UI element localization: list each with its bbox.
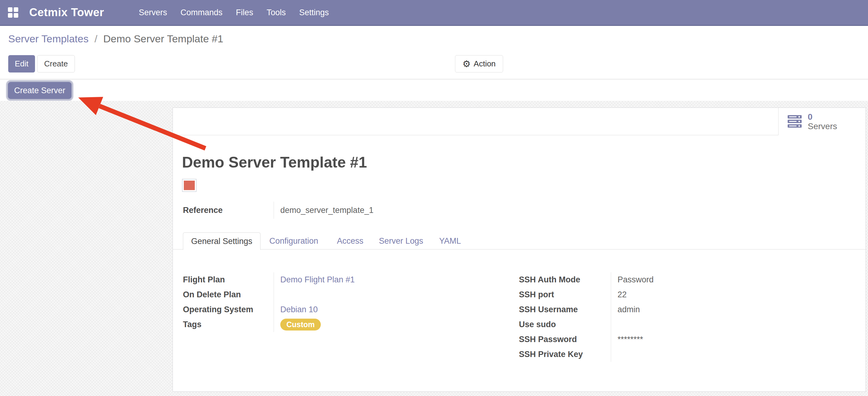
breadcrumb-server-templates[interactable]: Server Templates <box>8 33 89 45</box>
menu-files[interactable]: Files <box>235 6 254 19</box>
breadcrumb: Server Templates / Demo Server Template … <box>8 33 223 45</box>
value-ssh-auth-mode: Password <box>618 275 654 284</box>
apps-grid-dot <box>8 13 12 18</box>
label-ssh-auth-mode: SSH Auth Mode <box>519 275 580 284</box>
stat-button-row: 0 Servers <box>173 108 866 135</box>
tab-configuration[interactable]: Configuration <box>269 232 318 250</box>
action-button-label: Action <box>473 59 495 68</box>
label-operating-system: Operating System <box>183 305 253 314</box>
apps-grid-dot <box>8 7 12 12</box>
apps-grid-icon[interactable] <box>8 7 18 18</box>
field-group-left: Flight Plan On Delete Plan Operating Sys… <box>183 272 487 332</box>
menu-servers[interactable]: Servers <box>138 6 168 19</box>
label-ssh-password: SSH Password <box>519 335 577 344</box>
color-swatch-red <box>184 181 195 190</box>
top-navbar: Cetmix Tower Servers Commands Files Tool… <box>0 0 868 26</box>
gear-icon: ⚙ <box>462 59 470 68</box>
action-button[interactable]: ⚙ Action <box>455 55 503 73</box>
apps-grid-dot <box>14 13 18 18</box>
servers-count: 0 <box>808 112 837 121</box>
tab-access[interactable]: Access <box>337 232 363 250</box>
reference-field-row: Reference demo_server_template_1 <box>183 202 373 219</box>
field-group-right: SSH Auth Mode SSH port SSH Username Use … <box>519 272 838 362</box>
page: Cetmix Tower Servers Commands Files Tool… <box>0 0 868 396</box>
reference-value: demo_server_template_1 <box>274 202 373 219</box>
tag-custom: Custom <box>280 319 321 331</box>
create-server-button[interactable]: Create Server <box>8 82 71 99</box>
app-brand[interactable]: Cetmix Tower <box>29 6 104 19</box>
breadcrumb-separator: / <box>94 33 97 45</box>
field-labels-right: SSH Auth Mode SSH port SSH Username Use … <box>519 272 611 362</box>
value-operating-system[interactable]: Debian 10 <box>280 305 318 314</box>
notebook-tabbar: General Settings Configuration Access Se… <box>173 232 866 250</box>
label-tags: Tags <box>183 320 202 329</box>
field-labels-left: Flight Plan On Delete Plan Operating Sys… <box>183 272 274 332</box>
create-server-strip: Create Server <box>0 80 868 101</box>
color-picker-widget <box>182 179 196 192</box>
record-title: Demo Server Template #1 <box>182 153 367 171</box>
label-ssh-username: SSH Username <box>519 305 578 314</box>
field-values-left: Demo Flight Plan #1 Debian 10 Custom <box>274 272 487 332</box>
stat-text: 0 Servers <box>808 112 837 131</box>
label-flight-plan: Flight Plan <box>183 275 225 284</box>
control-panel: Server Templates / Demo Server Template … <box>0 26 868 80</box>
tab-yaml[interactable]: YAML <box>439 232 461 250</box>
value-ssh-password: ******** <box>618 335 643 344</box>
apps-grid-dot <box>14 7 18 12</box>
edit-button[interactable]: Edit <box>8 55 35 73</box>
top-menu: Servers Commands Files Tools Settings <box>138 6 330 19</box>
value-ssh-port: 22 <box>618 290 627 300</box>
tab-server-logs[interactable]: Server Logs <box>379 232 423 250</box>
field-values-right: Password 22 admin ******** <box>611 272 838 362</box>
record-sheet: 0 Servers Demo Server Template #1 Refere… <box>173 108 866 392</box>
label-on-delete-plan: On Delete Plan <box>183 290 241 300</box>
servers-stat-button[interactable]: 0 Servers <box>778 108 866 135</box>
create-button[interactable]: Create <box>37 55 75 73</box>
menu-settings[interactable]: Settings <box>299 6 330 19</box>
servers-count-label: Servers <box>808 121 837 131</box>
label-ssh-private-key: SSH Private Key <box>519 350 583 359</box>
label-use-sudo: Use sudo <box>519 320 556 329</box>
form-background: 0 Servers Demo Server Template #1 Refere… <box>0 101 868 396</box>
menu-commands[interactable]: Commands <box>180 6 223 19</box>
server-stack-icon <box>788 115 802 128</box>
breadcrumb-current: Demo Server Template #1 <box>103 33 223 45</box>
menu-tools[interactable]: Tools <box>266 6 286 19</box>
reference-label: Reference <box>183 206 274 215</box>
label-ssh-port: SSH port <box>519 290 554 300</box>
value-flight-plan[interactable]: Demo Flight Plan #1 <box>280 275 355 284</box>
value-ssh-username: admin <box>618 305 640 314</box>
tab-general-settings[interactable]: General Settings <box>183 232 260 250</box>
